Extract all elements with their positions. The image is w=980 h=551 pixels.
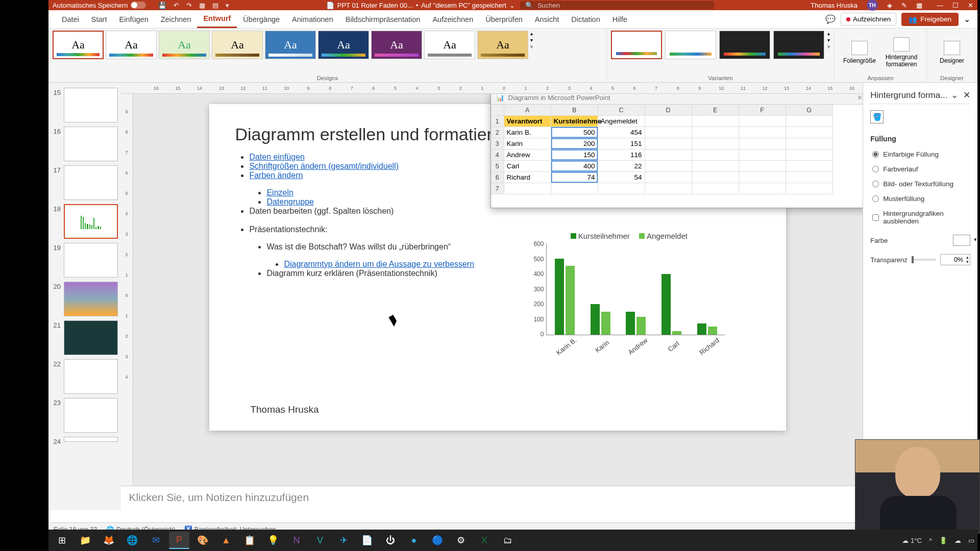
explorer-icon[interactable]: 📁 [75, 532, 95, 549]
save-icon[interactable]: 💾 [158, 2, 166, 9]
ribbon-collapse-icon[interactable]: ⌄ [964, 14, 970, 24]
slide-thumb-23[interactable] [64, 398, 118, 433]
slide-thumb-21[interactable] [64, 320, 118, 355]
opt-pattern-fill[interactable]: Musterfüllung [870, 193, 970, 204]
opt-picture-fill[interactable]: Bild- oder Texturfüllung [870, 179, 970, 189]
slide-thumb-19[interactable] [64, 243, 118, 278]
cloud-icon[interactable]: ☁ [954, 537, 961, 544]
minimize-button[interactable]: — [937, 2, 943, 9]
theme-thumb[interactable]: Aa [53, 31, 104, 59]
theme-thumb[interactable]: Aa [371, 31, 422, 59]
tab-aufzeichnen[interactable]: Aufzeichnen [426, 11, 479, 28]
app-icon[interactable]: ● [404, 532, 424, 549]
notes-pane[interactable]: Klicken Sie, um Notizen hinzuzufügen [121, 486, 863, 510]
variants-more-icon[interactable]: ▴▾▿ [827, 31, 830, 49]
firefox-icon[interactable]: 🦊 [99, 532, 119, 549]
close-icon[interactable]: ✕ [963, 90, 970, 101]
tab-einfuegen[interactable]: Einfügen [113, 11, 154, 28]
transparency-input[interactable]: ▴▾ [940, 254, 970, 265]
format-background-button[interactable]: Hintergrund formatieren [880, 31, 922, 74]
variant-thumb[interactable] [611, 31, 662, 59]
qat-more-icon[interactable]: ▾ [226, 2, 229, 9]
slide-canvas[interactable]: Diagramm erstellen und formatieren Daten… [133, 94, 863, 486]
tab-hilfe[interactable]: Hilfe [606, 11, 633, 28]
avatar[interactable]: TH [867, 0, 878, 11]
calendar-icon[interactable]: ▦ [916, 2, 922, 9]
variant-thumb[interactable] [773, 31, 824, 59]
telegram-icon[interactable]: ✈ [333, 532, 354, 549]
weather-widget[interactable]: ☁ 1°C [902, 537, 921, 544]
search-box[interactable]: 🔍 [520, 1, 714, 9]
toggle-icon[interactable] [131, 2, 146, 9]
app-icon[interactable]: 💡 [263, 532, 283, 549]
slide-thumb-20[interactable] [64, 282, 118, 316]
tab-ueberpruefen[interactable]: Überprüfen [479, 11, 529, 28]
theme-thumb[interactable]: Aa [477, 31, 528, 59]
maximize-button[interactable]: ☐ [952, 2, 959, 9]
slideshow-icon[interactable]: ▦ [199, 2, 205, 9]
slide-thumb-16[interactable] [64, 127, 118, 161]
slide-size-button[interactable]: Foliengröße [839, 31, 880, 74]
tab-entwurf[interactable]: Entwurf [197, 10, 237, 28]
theme-thumb[interactable]: Aa [265, 31, 316, 59]
app-icon[interactable]: 🔵 [427, 532, 448, 549]
tab-ansicht[interactable]: Ansicht [529, 11, 566, 28]
theme-thumb[interactable]: Aa [318, 31, 369, 59]
autosave-toggle[interactable]: Automatisches Speichern [53, 2, 146, 9]
designer-button[interactable]: Designer [931, 31, 973, 74]
slide-thumb-24[interactable] [64, 437, 118, 442]
embedded-chart[interactable]: Kursteilnehmer Angemeldet 60050040030020… [526, 232, 725, 364]
slide-thumb-18[interactable] [64, 204, 118, 239]
search-input[interactable] [537, 2, 709, 9]
tray-chevron-icon[interactable]: ^ [929, 537, 932, 544]
opt-gradient-fill[interactable]: Farbverlauf [870, 164, 970, 174]
slide-thumb-15[interactable] [64, 88, 118, 122]
start-menu-icon[interactable]: ⊞ [52, 532, 72, 549]
fill-icon[interactable]: 🪣 [870, 110, 884, 123]
color-picker[interactable] [953, 235, 970, 246]
chevron-down-icon[interactable]: ⌄ [951, 90, 958, 101]
variant-thumb[interactable] [665, 31, 716, 59]
vlc-icon[interactable]: ▲ [216, 532, 236, 549]
tab-datei[interactable]: Datei [56, 11, 85, 28]
tab-uebergaenge[interactable]: Übergänge [237, 11, 286, 28]
diamond-icon[interactable]: ◈ [887, 2, 892, 9]
redo-icon[interactable]: ↷ [186, 2, 192, 9]
theme-thumb[interactable]: Aa [159, 31, 210, 59]
excel-icon[interactable]: X [474, 532, 495, 549]
app-tray-icon[interactable]: ▭ [968, 537, 974, 544]
pen-icon[interactable]: ✎ [901, 2, 907, 9]
app-icon[interactable]: 🎨 [192, 532, 213, 549]
opt-solid-fill[interactable]: Einfarbige Füllung [870, 149, 970, 160]
chrome-icon[interactable]: 🌐 [122, 532, 142, 549]
comments-icon[interactable]: 💬 [825, 14, 836, 24]
app-icon[interactable]: 📄 [357, 532, 377, 549]
record-button[interactable]: Aufzeichnen [841, 13, 896, 26]
theme-thumb[interactable]: Aa [106, 31, 157, 59]
tab-dictation[interactable]: Dictation [565, 11, 606, 28]
share-button[interactable]: 👥Freigeben [901, 13, 959, 26]
chart-datasheet[interactable]: 📊 Diagramm in Microsoft PowerPoint ✕ ABC… [491, 94, 863, 208]
slide-thumb-22[interactable] [64, 359, 118, 394]
variant-thumb[interactable] [719, 31, 770, 59]
app-icon[interactable]: 🗂 [498, 532, 518, 549]
app-icon[interactable]: ⏻ [380, 532, 401, 549]
close-icon[interactable]: ✕ [857, 94, 863, 102]
tab-start[interactable]: Start [85, 11, 113, 28]
transparency-slider[interactable] [912, 259, 936, 261]
theme-thumb[interactable]: Aa [424, 31, 475, 59]
battery-icon[interactable]: 🔋 [939, 537, 947, 544]
slide-thumb-17[interactable] [64, 165, 118, 200]
close-button[interactable]: ✕ [968, 2, 973, 9]
onenote-icon[interactable]: N [286, 532, 307, 549]
document-title[interactable]: 📄 PPT 01 Roter Faden 00... • Auf "diesem… [326, 2, 515, 9]
chevron-down-icon[interactable]: ⌄ [509, 2, 515, 9]
outlook-icon[interactable]: ✉ [145, 532, 166, 549]
app-icon[interactable]: V [310, 532, 330, 549]
theme-thumb[interactable]: Aa [212, 31, 263, 59]
settings-icon[interactable]: ⚙ [451, 532, 471, 549]
opt-hide-bg[interactable]: Hintergrundgrafiken ausblenden [870, 208, 970, 227]
undo-icon[interactable]: ↶ [174, 2, 179, 9]
user-name-label[interactable]: Thomas Hruska [811, 2, 857, 9]
tab-animationen[interactable]: Animationen [286, 11, 339, 28]
